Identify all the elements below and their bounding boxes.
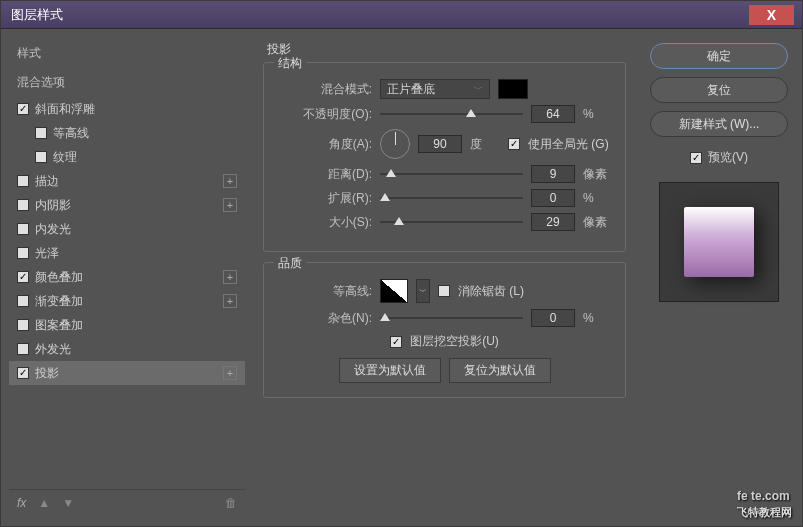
styles-list-panel: 样式 混合选项 斜面和浮雕等高线纹理描边+内阴影+内发光光泽颜色叠加+渐变叠加+…	[9, 39, 245, 516]
style-label: 渐变叠加	[35, 293, 83, 310]
global-light-label: 使用全局光 (G)	[528, 136, 609, 153]
angle-label: 角度(A):	[276, 136, 372, 153]
styles-header[interactable]: 样式	[9, 39, 245, 68]
style-checkbox[interactable]	[17, 271, 29, 283]
style-checkbox[interactable]	[35, 127, 47, 139]
style-checkbox[interactable]	[17, 343, 29, 355]
style-item-1[interactable]: 等高线	[9, 121, 245, 145]
contour-picker[interactable]	[380, 279, 408, 303]
close-button[interactable]: X	[749, 5, 794, 25]
style-label: 斜面和浮雕	[35, 101, 95, 118]
style-item-2[interactable]: 纹理	[9, 145, 245, 169]
style-item-3[interactable]: 描边+	[9, 169, 245, 193]
add-effect-icon[interactable]: +	[223, 366, 237, 380]
angle-unit: 度	[470, 136, 500, 153]
distance-slider[interactable]	[380, 167, 523, 181]
style-checkbox[interactable]	[35, 151, 47, 163]
styles-footer: fx ▲ ▼ 🗑	[9, 489, 245, 516]
style-checkbox[interactable]	[17, 175, 29, 187]
opacity-slider[interactable]	[380, 107, 523, 121]
style-checkbox[interactable]	[17, 199, 29, 211]
new-style-button[interactable]: 新建样式 (W)...	[650, 111, 788, 137]
chevron-down-icon: ﹀	[474, 83, 483, 96]
blend-options-header[interactable]: 混合选项	[9, 68, 245, 97]
knockout-checkbox[interactable]	[390, 336, 402, 348]
style-item-10[interactable]: 外发光	[9, 337, 245, 361]
titlebar: 图层样式 X	[1, 1, 802, 29]
global-light-checkbox[interactable]	[508, 138, 520, 150]
add-effect-icon[interactable]: +	[223, 174, 237, 188]
spread-label: 扩展(R):	[276, 190, 372, 207]
angle-input[interactable]	[418, 135, 462, 153]
preview-label: 预览(V)	[708, 149, 748, 166]
contour-label: 等高线:	[276, 283, 372, 300]
spread-unit: %	[583, 191, 613, 205]
blend-mode-select[interactable]: 正片叠底 ﹀	[380, 79, 490, 99]
preview-swatch	[684, 207, 754, 277]
style-label: 颜色叠加	[35, 269, 83, 286]
quality-legend: 品质	[274, 255, 306, 272]
size-input[interactable]	[531, 213, 575, 231]
style-item-6[interactable]: 光泽	[9, 241, 245, 265]
size-label: 大小(S):	[276, 214, 372, 231]
watermark: fe te.com 飞特教程网	[737, 484, 792, 520]
opacity-unit: %	[583, 107, 613, 121]
spread-input[interactable]	[531, 189, 575, 207]
style-item-11[interactable]: 投影+	[9, 361, 245, 385]
reset-default-button[interactable]: 复位为默认值	[449, 358, 551, 383]
noise-label: 杂色(N):	[276, 310, 372, 327]
style-item-0[interactable]: 斜面和浮雕	[9, 97, 245, 121]
style-checkbox[interactable]	[17, 319, 29, 331]
style-checkbox[interactable]	[17, 367, 29, 379]
style-checkbox[interactable]	[17, 247, 29, 259]
size-unit: 像素	[583, 214, 613, 231]
style-checkbox[interactable]	[17, 223, 29, 235]
style-label: 内阴影	[35, 197, 71, 214]
action-panel: 确定 复位 新建样式 (W)... 预览(V)	[644, 39, 794, 516]
distance-unit: 像素	[583, 166, 613, 183]
preview-thumbnail	[659, 182, 779, 302]
cancel-button[interactable]: 复位	[650, 77, 788, 103]
antialias-checkbox[interactable]	[438, 285, 450, 297]
arrow-up-icon[interactable]: ▲	[38, 496, 50, 510]
set-default-button[interactable]: 设置为默认值	[339, 358, 441, 383]
structure-group: 结构 混合模式: 正片叠底 ﹀ 不透明度(O): % 角度(A):	[263, 62, 626, 252]
style-item-9[interactable]: 图案叠加	[9, 313, 245, 337]
size-slider[interactable]	[380, 215, 523, 229]
add-effect-icon[interactable]: +	[223, 270, 237, 284]
effect-title: 投影	[263, 41, 626, 58]
window-title: 图层样式	[11, 6, 63, 24]
preview-checkbox[interactable]	[690, 152, 702, 164]
angle-dial[interactable]	[380, 129, 410, 159]
opacity-input[interactable]	[531, 105, 575, 123]
trash-icon[interactable]: 🗑	[225, 496, 237, 510]
style-item-8[interactable]: 渐变叠加+	[9, 289, 245, 313]
noise-input[interactable]	[531, 309, 575, 327]
layer-style-dialog: 图层样式 X 样式 混合选项 斜面和浮雕等高线纹理描边+内阴影+内发光光泽颜色叠…	[0, 0, 803, 527]
contour-dropdown[interactable]: ﹀	[416, 279, 430, 303]
style-label: 等高线	[53, 125, 89, 142]
style-item-4[interactable]: 内阴影+	[9, 193, 245, 217]
style-item-5[interactable]: 内发光	[9, 217, 245, 241]
options-panel: 投影 结构 混合模式: 正片叠底 ﹀ 不透明度(O): %	[245, 39, 644, 516]
style-checkbox[interactable]	[17, 295, 29, 307]
noise-slider[interactable]	[380, 311, 523, 325]
blend-mode-label: 混合模式:	[276, 81, 372, 98]
opacity-label: 不透明度(O):	[276, 106, 372, 123]
distance-input[interactable]	[531, 165, 575, 183]
dialog-content: 样式 混合选项 斜面和浮雕等高线纹理描边+内阴影+内发光光泽颜色叠加+渐变叠加+…	[1, 29, 802, 526]
quality-group: 品质 等高线: ﹀ 消除锯齿 (L) 杂色(N): % 图层挖空投影(U)	[263, 262, 626, 398]
style-label: 图案叠加	[35, 317, 83, 334]
style-item-7[interactable]: 颜色叠加+	[9, 265, 245, 289]
antialias-label: 消除锯齿 (L)	[458, 283, 524, 300]
add-effect-icon[interactable]: +	[223, 198, 237, 212]
noise-unit: %	[583, 311, 613, 325]
style-checkbox[interactable]	[17, 103, 29, 115]
arrow-down-icon[interactable]: ▼	[62, 496, 74, 510]
spread-slider[interactable]	[380, 191, 523, 205]
ok-button[interactable]: 确定	[650, 43, 788, 69]
add-effect-icon[interactable]: +	[223, 294, 237, 308]
fx-menu[interactable]: fx	[17, 496, 26, 510]
structure-legend: 结构	[274, 55, 306, 72]
shadow-color-swatch[interactable]	[498, 79, 528, 99]
